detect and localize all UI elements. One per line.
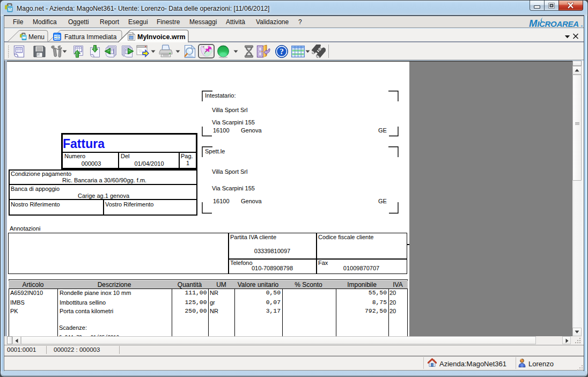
svg-text:?: ? xyxy=(280,47,284,56)
